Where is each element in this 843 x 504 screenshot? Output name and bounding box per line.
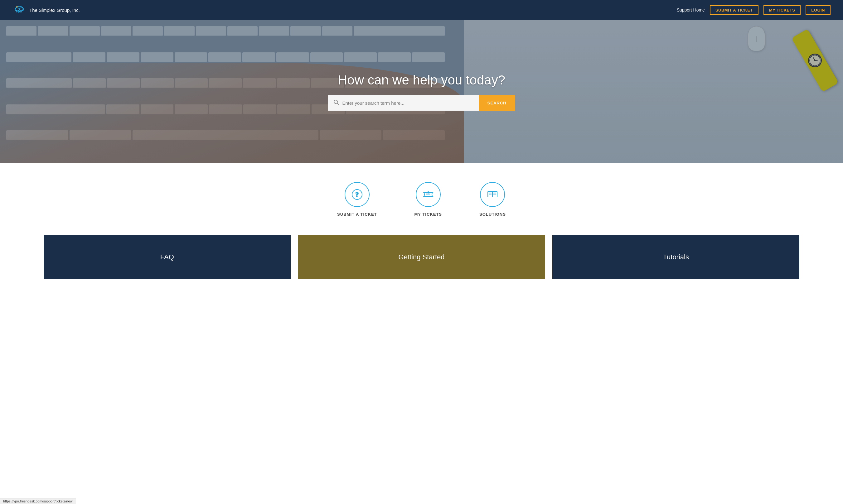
faq-card[interactable]: FAQ (44, 235, 291, 279)
support-home-link[interactable]: Support Home (677, 7, 705, 13)
my-tickets-icon-item[interactable]: MY TICKETS (415, 182, 442, 217)
submit-ticket-icon-label: SUBMIT A TICKET (337, 212, 377, 217)
my-tickets-icon-label: MY TICKETS (415, 212, 442, 217)
book-icon (486, 188, 499, 201)
brand: vpo The Simplex Group, Inc. (13, 3, 80, 17)
solutions-icon-circle (480, 182, 505, 207)
navbar-right: Support Home SUBMIT A TICKET MY TICKETS … (677, 5, 830, 15)
search-input[interactable] (343, 95, 474, 111)
submit-ticket-icon-item[interactable]: ? SUBMIT A TICKET (337, 182, 377, 217)
hero-section: How can we help you today? SEARCH (0, 20, 843, 163)
submit-ticket-icon-circle: ? (345, 182, 370, 207)
faq-card-label: FAQ (160, 253, 174, 261)
search-bar: SEARCH (328, 95, 515, 111)
search-icon (333, 99, 339, 107)
logo-icon: vpo (13, 3, 26, 17)
ticket-icon (422, 188, 435, 201)
hero-title: How can we help you today? (338, 73, 505, 88)
search-button[interactable]: SEARCH (479, 95, 515, 111)
login-nav-button[interactable]: LOGIN (806, 5, 830, 15)
submit-ticket-nav-button[interactable]: SUBMIT A TICKET (710, 5, 758, 15)
getting-started-card[interactable]: Getting Started (298, 235, 545, 279)
hero-content: How can we help you today? SEARCH (0, 73, 843, 111)
getting-started-card-label: Getting Started (399, 253, 445, 261)
svg-point-11 (334, 100, 337, 104)
solutions-icon-item[interactable]: SOLUTIONS (479, 182, 506, 217)
question-mark-icon: ? (351, 188, 363, 201)
cards-section: FAQ Getting Started Tutorials (0, 229, 843, 298)
my-tickets-icon-circle (416, 182, 441, 207)
tutorials-card[interactable]: Tutorials (552, 235, 799, 279)
svg-text:vpo: vpo (16, 10, 22, 13)
icons-section: ? SUBMIT A TICKET MY TICKETS (0, 163, 843, 229)
solutions-icon-label: SOLUTIONS (479, 212, 506, 217)
svg-line-12 (337, 103, 339, 105)
navbar: vpo The Simplex Group, Inc. Support Home… (0, 0, 843, 20)
search-input-wrap (328, 95, 479, 111)
company-name: The Simplex Group, Inc. (29, 7, 80, 13)
svg-text:?: ? (355, 191, 359, 198)
my-tickets-nav-button[interactable]: MY TICKETS (763, 5, 801, 15)
tutorials-card-label: Tutorials (663, 253, 689, 261)
